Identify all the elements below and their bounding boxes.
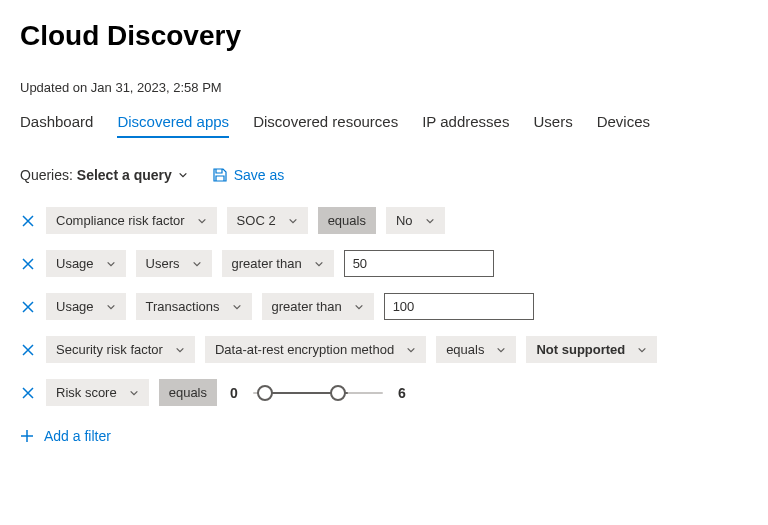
filter-category-dropdown[interactable]: Usage <box>46 250 126 277</box>
tab-discovered-apps[interactable]: Discovered apps <box>117 113 229 138</box>
save-as-button[interactable]: Save as <box>212 167 285 183</box>
filter-sub-label: SOC 2 <box>237 213 276 228</box>
risk-score-slider: 0 6 <box>227 383 409 403</box>
filter-value-label: No <box>396 213 413 228</box>
filter-operator-label: equals <box>169 385 207 400</box>
chevron-down-icon <box>106 302 116 312</box>
chevron-down-icon <box>496 345 506 355</box>
tab-dashboard[interactable]: Dashboard <box>20 113 93 138</box>
queries-select-text: Select a query <box>77 167 172 183</box>
filter-sub-dropdown[interactable]: Transactions <box>136 293 252 320</box>
slider-thumb-min[interactable] <box>257 385 273 401</box>
tab-ip-addresses[interactable]: IP addresses <box>422 113 509 138</box>
filter-value-input[interactable] <box>384 293 534 320</box>
remove-filter-button[interactable] <box>20 385 36 401</box>
remove-filter-button[interactable] <box>20 342 36 358</box>
filter-row: Usage Transactions greater than <box>20 293 748 320</box>
filter-category-dropdown[interactable]: Compliance risk factor <box>46 207 217 234</box>
filter-operator-dropdown[interactable]: equals <box>159 379 217 406</box>
chevron-down-icon <box>175 345 185 355</box>
close-icon <box>22 387 34 399</box>
close-icon <box>22 301 34 313</box>
filter-category-label: Usage <box>56 299 94 314</box>
chevron-down-icon <box>178 170 188 180</box>
filter-value-dropdown[interactable]: Not supported <box>526 336 657 363</box>
filter-category-label: Security risk factor <box>56 342 163 357</box>
filter-operator-label: greater than <box>232 256 302 271</box>
chevron-down-icon <box>425 216 435 226</box>
close-icon <box>22 344 34 356</box>
close-icon <box>22 258 34 270</box>
filter-operator-dropdown[interactable]: greater than <box>262 293 374 320</box>
chevron-down-icon <box>314 259 324 269</box>
slider-max-value: 6 <box>395 385 409 401</box>
save-icon <box>212 167 228 183</box>
remove-filter-button[interactable] <box>20 213 36 229</box>
filter-sub-dropdown[interactable]: SOC 2 <box>227 207 308 234</box>
tab-devices[interactable]: Devices <box>597 113 650 138</box>
filter-row: Compliance risk factor SOC 2 equals No <box>20 207 748 234</box>
filter-value-dropdown[interactable]: No <box>386 207 445 234</box>
filter-sub-label: Users <box>146 256 180 271</box>
filter-row-risk-score: Risk score equals 0 6 <box>20 379 748 406</box>
filter-value-label: Not supported <box>536 342 625 357</box>
chevron-down-icon <box>197 216 207 226</box>
plus-icon <box>20 429 34 443</box>
filter-value-input[interactable] <box>344 250 494 277</box>
remove-filter-button[interactable] <box>20 256 36 272</box>
slider-thumb-max[interactable] <box>330 385 346 401</box>
filter-category-label: Compliance risk factor <box>56 213 185 228</box>
chevron-down-icon <box>288 216 298 226</box>
chevron-down-icon <box>106 259 116 269</box>
filter-operator-label: equals <box>328 213 366 228</box>
filter-category-dropdown[interactable]: Usage <box>46 293 126 320</box>
slider-track[interactable] <box>253 383 383 403</box>
queries-label: Queries: <box>20 167 73 183</box>
filter-sub-label: Data-at-rest encryption method <box>215 342 394 357</box>
filter-operator-dropdown[interactable]: equals <box>436 336 516 363</box>
add-filter-label: Add a filter <box>44 428 111 444</box>
filter-sub-label: Transactions <box>146 299 220 314</box>
chevron-down-icon <box>192 259 202 269</box>
chevron-down-icon <box>129 388 139 398</box>
chevron-down-icon <box>637 345 647 355</box>
filter-category-label: Risk score <box>56 385 117 400</box>
queries-select[interactable]: Select a query <box>77 167 188 183</box>
queries-row: Queries: Select a query Save as <box>20 167 748 183</box>
tab-users[interactable]: Users <box>533 113 572 138</box>
filter-sub-dropdown[interactable]: Data-at-rest encryption method <box>205 336 426 363</box>
filter-category-dropdown[interactable]: Security risk factor <box>46 336 195 363</box>
filter-row: Usage Users greater than <box>20 250 748 277</box>
filter-operator-dropdown[interactable]: greater than <box>222 250 334 277</box>
filter-category-dropdown[interactable]: Risk score <box>46 379 149 406</box>
chevron-down-icon <box>354 302 364 312</box>
save-as-label: Save as <box>234 167 285 183</box>
tab-discovered-resources[interactable]: Discovered resources <box>253 113 398 138</box>
filter-operator-dropdown[interactable]: equals <box>318 207 376 234</box>
filter-sub-dropdown[interactable]: Users <box>136 250 212 277</box>
remove-filter-button[interactable] <box>20 299 36 315</box>
page-title: Cloud Discovery <box>20 20 748 52</box>
close-icon <box>22 215 34 227</box>
add-filter-button[interactable]: Add a filter <box>20 428 111 444</box>
filter-operator-label: greater than <box>272 299 342 314</box>
chevron-down-icon <box>406 345 416 355</box>
filter-operator-label: equals <box>446 342 484 357</box>
tabs-bar: Dashboard Discovered apps Discovered res… <box>20 113 748 139</box>
slider-min-value: 0 <box>227 385 241 401</box>
filter-row: Security risk factor Data-at-rest encryp… <box>20 336 748 363</box>
chevron-down-icon <box>232 302 242 312</box>
filter-category-label: Usage <box>56 256 94 271</box>
updated-timestamp: Updated on Jan 31, 2023, 2:58 PM <box>20 80 748 95</box>
